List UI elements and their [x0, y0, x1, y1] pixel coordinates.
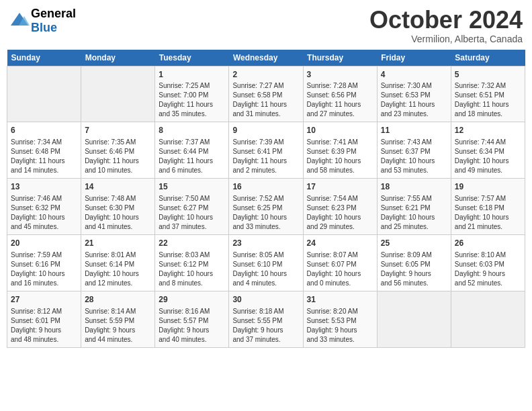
calendar-cell: 3Sunrise: 7:28 AMSunset: 6:56 PMDaylight… [303, 66, 377, 122]
day-info-line: and 27 minutes. [307, 109, 373, 119]
day-info-line: and 6 minutes. [159, 166, 225, 175]
day-info-line: Sunset: 6:48 PM [11, 147, 77, 156]
day-info-line: and 49 minutes. [455, 166, 521, 175]
calendar-cell: 8Sunrise: 7:37 AMSunset: 6:44 PMDaylight… [155, 122, 229, 179]
day-info-line: Sunset: 6:44 PM [159, 147, 225, 156]
day-info-line: Sunrise: 7:25 AM [159, 81, 225, 91]
day-info-line: Sunset: 5:53 PM [307, 316, 373, 326]
logo-icon [9, 11, 30, 31]
day-info-line: and 0 minutes. [307, 279, 373, 288]
day-info-line: Daylight: 10 hours [307, 269, 373, 279]
day-info-line: Sunrise: 8:09 AM [381, 250, 447, 260]
logo: General Blue [9, 7, 76, 35]
day-info-line: and 25 minutes. [381, 222, 447, 232]
day-info-line: Sunset: 6:21 PM [381, 203, 447, 213]
day-info-line: Sunrise: 7:34 AM [11, 138, 77, 147]
day-info-line: Sunset: 6:23 PM [307, 203, 373, 213]
day-number: 5 [455, 69, 521, 81]
day-number: 26 [455, 238, 521, 249]
day-info-line: Daylight: 9 hours [11, 326, 77, 335]
day-info-line: Sunrise: 8:18 AM [232, 307, 299, 316]
day-number: 30 [232, 294, 299, 306]
day-info-line: Daylight: 10 hours [307, 213, 373, 222]
calendar-table: SundayMondayTuesdayWednesdayThursdayFrid… [7, 50, 525, 348]
day-info-line: and 40 minutes. [159, 335, 225, 345]
day-info-line: Sunset: 5:57 PM [159, 316, 225, 326]
day-number: 23 [232, 238, 299, 249]
day-info-line: Sunset: 6:14 PM [85, 260, 151, 269]
calendar-cell: 14Sunrise: 7:48 AMSunset: 6:30 PMDayligh… [81, 179, 155, 235]
calendar-cell [81, 66, 155, 122]
day-info-line: and 35 minutes. [159, 109, 225, 119]
day-info-line: Sunrise: 8:01 AM [85, 250, 151, 260]
day-info-line: Sunrise: 7:55 AM [381, 194, 447, 203]
weekday-header-thursday: Thursday [303, 50, 377, 66]
day-number: 11 [381, 125, 447, 136]
day-info-line: Sunrise: 7:39 AM [232, 138, 299, 147]
day-info-line: Sunrise: 7:35 AM [85, 138, 151, 147]
day-info-line: Sunrise: 7:50 AM [159, 194, 225, 203]
day-info-line: Daylight: 11 hours [232, 156, 299, 166]
day-info-line: and 37 minutes. [232, 335, 299, 345]
day-number: 3 [307, 69, 373, 81]
day-info-line: and 56 minutes. [381, 279, 447, 288]
day-info-line: Sunrise: 7:27 AM [232, 81, 299, 91]
day-info-line: Sunrise: 7:37 AM [159, 138, 225, 147]
day-number: 4 [381, 69, 447, 81]
day-info-line: Daylight: 10 hours [159, 213, 225, 222]
day-number: 19 [455, 181, 521, 193]
day-info-line: Daylight: 10 hours [455, 213, 521, 222]
day-info-line: and 4 minutes. [232, 279, 299, 288]
day-info-line: and 52 minutes. [455, 279, 521, 288]
day-info-line: Sunset: 6:32 PM [11, 203, 77, 213]
day-info-line: Sunrise: 8:07 AM [307, 250, 373, 260]
day-info-line: Daylight: 10 hours [232, 213, 299, 222]
calendar-cell [377, 291, 451, 347]
day-info-line: and 16 minutes. [11, 279, 77, 288]
calendar-cell: 16Sunrise: 7:52 AMSunset: 6:25 PMDayligh… [229, 179, 303, 235]
calendar-cell: 7Sunrise: 7:35 AMSunset: 6:46 PMDaylight… [81, 122, 155, 179]
day-number: 21 [85, 238, 151, 249]
day-info-line: Sunrise: 8:10 AM [455, 250, 521, 260]
calendar-cell: 11Sunrise: 7:43 AMSunset: 6:37 PMDayligh… [377, 122, 451, 179]
calendar-cell: 26Sunrise: 8:10 AMSunset: 6:03 PMDayligh… [451, 234, 525, 291]
day-info-line: Daylight: 10 hours [455, 156, 521, 166]
day-info-line: Sunset: 6:18 PM [455, 203, 521, 213]
calendar-week-row: 27Sunrise: 8:12 AMSunset: 6:01 PMDayligh… [7, 291, 525, 347]
day-info-line: and 45 minutes. [11, 222, 77, 232]
day-info-line: and 2 minutes. [232, 166, 299, 175]
day-info-line: and 29 minutes. [307, 222, 373, 232]
location-text: Vermilion, Alberta, Canada [369, 34, 523, 44]
day-info-line: Daylight: 9 hours [159, 326, 225, 335]
day-info-line: Sunset: 6:05 PM [381, 260, 447, 269]
day-info-line: Sunrise: 7:30 AM [381, 81, 447, 91]
day-number: 1 [159, 69, 225, 81]
calendar-cell: 31Sunrise: 8:20 AMSunset: 5:53 PMDayligh… [303, 291, 377, 347]
month-title: October 2024 [369, 7, 523, 34]
day-number: 8 [159, 125, 225, 136]
day-info-line: Sunrise: 7:46 AM [11, 194, 77, 203]
calendar-cell: 24Sunrise: 8:07 AMSunset: 6:07 PMDayligh… [303, 234, 377, 291]
calendar-cell: 27Sunrise: 8:12 AMSunset: 6:01 PMDayligh… [7, 291, 81, 347]
day-info-line: Sunrise: 7:57 AM [455, 194, 521, 203]
day-info-line: Sunset: 5:59 PM [85, 316, 151, 326]
day-info-line: Sunset: 6:01 PM [11, 316, 77, 326]
day-info-line: Sunrise: 8:14 AM [85, 307, 151, 316]
day-info-line: and 53 minutes. [381, 166, 447, 175]
day-info-line: Sunset: 6:16 PM [11, 260, 77, 269]
day-number: 22 [159, 238, 225, 249]
calendar-week-row: 20Sunrise: 7:59 AMSunset: 6:16 PMDayligh… [7, 234, 525, 291]
day-number: 15 [159, 181, 225, 193]
calendar-week-row: 13Sunrise: 7:46 AMSunset: 6:32 PMDayligh… [7, 179, 525, 235]
calendar-cell: 15Sunrise: 7:50 AMSunset: 6:27 PMDayligh… [155, 179, 229, 235]
day-info-line: Sunset: 6:10 PM [232, 260, 299, 269]
day-info-line: Sunset: 6:30 PM [85, 203, 151, 213]
day-info-line: and 23 minutes. [381, 109, 447, 119]
calendar-cell: 1Sunrise: 7:25 AMSunset: 7:00 PMDaylight… [155, 66, 229, 122]
day-info-line: Daylight: 10 hours [381, 156, 447, 166]
day-number: 10 [307, 125, 373, 136]
day-info-line: Daylight: 11 hours [381, 100, 447, 109]
day-info-line: Daylight: 10 hours [85, 213, 151, 222]
day-number: 14 [85, 181, 151, 193]
day-info-line: Sunset: 6:39 PM [307, 147, 373, 156]
